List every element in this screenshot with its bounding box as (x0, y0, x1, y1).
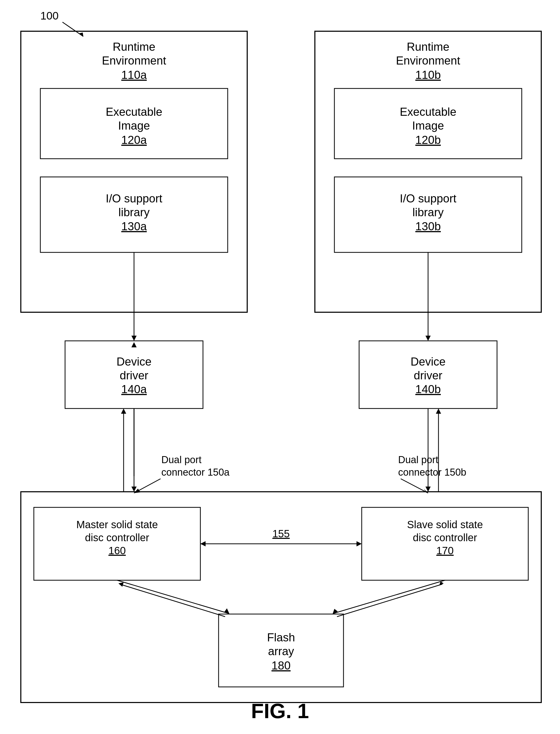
svg-text:array: array (268, 645, 294, 658)
svg-text:library: library (118, 206, 150, 219)
svg-text:Environment: Environment (396, 54, 460, 67)
svg-marker-21 (131, 342, 137, 347)
runtime-env-b-ref: 110b (415, 68, 441, 81)
svg-text:Device: Device (411, 355, 446, 368)
exec-image-b-ref: 120b (415, 133, 441, 146)
svg-marker-33 (121, 409, 126, 414)
svg-marker-31 (131, 487, 137, 492)
svg-text:Flash: Flash (267, 631, 295, 644)
dual-port-a-label: Dual port (161, 454, 202, 465)
master-controller-box (34, 507, 200, 580)
svg-marker-23 (425, 336, 431, 341)
svg-text:Executable: Executable (400, 105, 456, 118)
svg-line-49 (120, 584, 225, 617)
svg-text:connector 150b: connector 150b (398, 467, 466, 478)
svg-text:library: library (412, 206, 444, 219)
slave-controller-ref: 170 (436, 545, 454, 556)
svg-text:Runtime: Runtime (113, 40, 155, 53)
svg-text:Environment: Environment (102, 54, 166, 67)
io-support-a-ref: 130a (121, 220, 147, 233)
svg-text:Executable: Executable (106, 105, 162, 118)
device-driver-a-ref: 140a (121, 383, 147, 395)
svg-marker-35 (425, 487, 431, 492)
svg-line-28 (401, 479, 428, 493)
device-driver-b-ref: 140b (415, 383, 441, 395)
master-controller-ref: 160 (109, 545, 126, 556)
svg-text:driver: driver (120, 369, 148, 382)
flash-array-ref: 180 (271, 659, 290, 672)
svg-text:disc controller: disc controller (413, 532, 477, 543)
svg-text:Image: Image (412, 119, 444, 132)
svg-text:Runtime: Runtime (407, 40, 449, 53)
exec-image-a-ref: 120a (121, 133, 147, 146)
page: 100 Runtime Environment 110a Executable … (0, 0, 560, 734)
svg-marker-19 (131, 336, 137, 341)
svg-text:Device: Device (117, 355, 152, 368)
bus-ref: 155 (272, 528, 290, 539)
svg-marker-44 (200, 541, 206, 546)
io-support-b-ref: 130b (415, 220, 441, 233)
runtime-env-a-ref: 110a (121, 68, 147, 81)
svg-marker-43 (357, 541, 362, 546)
svg-marker-37 (436, 409, 441, 414)
svg-text:connector 150a: connector 150a (161, 467, 230, 478)
dual-port-b-label: Dual port (398, 454, 438, 465)
svg-text:I/O support: I/O support (400, 192, 456, 205)
svg-line-51 (333, 580, 445, 614)
slave-controller-box (362, 507, 528, 580)
svg-text:driver: driver (414, 369, 442, 382)
svg-marker-50 (118, 582, 124, 587)
svg-line-53 (337, 584, 442, 617)
diagram-svg: 100 Runtime Environment 110a Executable … (0, 0, 560, 734)
svg-text:disc controller: disc controller (85, 532, 149, 543)
svg-line-47 (117, 580, 229, 614)
svg-text:I/O support: I/O support (106, 192, 162, 205)
svg-text:Master solid state: Master solid state (76, 519, 158, 530)
ref-100: 100 (40, 10, 59, 22)
svg-text:Image: Image (118, 119, 150, 132)
svg-line-0 (62, 22, 83, 36)
svg-text:Slave solid state: Slave solid state (407, 519, 483, 530)
fig-label: FIG. 1 (251, 699, 309, 723)
